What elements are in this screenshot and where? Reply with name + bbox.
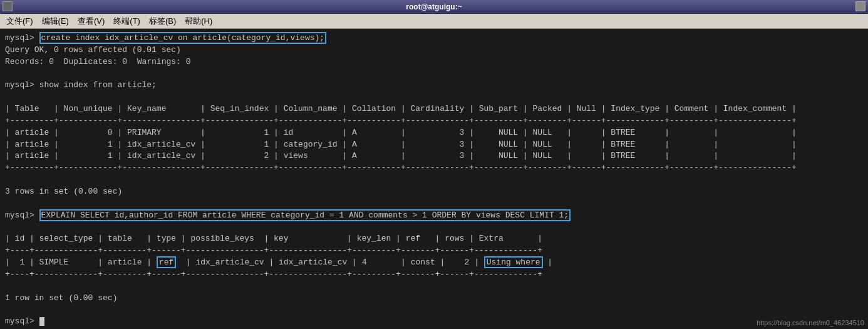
terminal-line-blank2 bbox=[5, 91, 863, 103]
explain-header: | id | select_type | table | type | poss… bbox=[5, 233, 863, 245]
title-bar-text: root@atguigu:~ bbox=[406, 3, 462, 11]
rows-count: 3 rows in set (0.00 sec) bbox=[5, 186, 863, 198]
watermark: https://blog.csdn.net/m0_46234510 bbox=[757, 319, 864, 326]
title-bar: root@atguigu:~ bbox=[0, 0, 868, 14]
explain-separator2: +----+-------------+---------+------+---… bbox=[5, 269, 863, 281]
one-row-count: 1 row in set (0.00 sec) bbox=[5, 293, 863, 305]
terminal-line-blank6 bbox=[5, 281, 863, 293]
terminal-line-blank4 bbox=[5, 198, 863, 210]
terminal-icon bbox=[3, 1, 13, 11]
terminal-line-2: Query OK, 0 rows affected (0.01 sec) bbox=[5, 44, 863, 56]
cursor bbox=[39, 317, 44, 326]
menu-view[interactable]: 查看(V) bbox=[74, 14, 108, 28]
window-control-btn[interactable] bbox=[855, 1, 865, 11]
terminal-line-1: mysql> create index idx_article_cv on ar… bbox=[5, 33, 863, 44]
menu-tab[interactable]: 标签(B) bbox=[145, 14, 180, 28]
table-row-1: | article | 0 | PRIMARY | 1 | id | A | 3… bbox=[5, 127, 863, 139]
terminal-line-blank5 bbox=[5, 222, 863, 234]
table-header: | Table | Non_unique | Key_name | Seq_in… bbox=[5, 103, 863, 115]
terminal[interactable]: mysql> create index idx_article_cv on ar… bbox=[0, 29, 868, 329]
explain-result-row: | 1 | SIMPLE | article | ref | idx_artic… bbox=[5, 257, 863, 269]
terminal-line-3: Records: 0 Duplicates: 0 Warnings: 0 bbox=[5, 56, 863, 68]
table-row-2: | article | 1 | idx_article_cv | 1 | cat… bbox=[5, 139, 863, 151]
terminal-line-blank1 bbox=[5, 68, 863, 80]
explain-command: mysql> EXPLAIN SELECT id,author_id FROM … bbox=[5, 210, 863, 222]
menu-help[interactable]: 帮助(H) bbox=[181, 14, 216, 28]
menu-bar: 文件(F) 编辑(E) 查看(V) 终端(T) 标签(B) 帮助(H) bbox=[0, 14, 868, 29]
explain-separator1: +----+-------------+---------+------+---… bbox=[5, 245, 863, 257]
menu-terminal[interactable]: 终端(T) bbox=[110, 14, 144, 28]
table-separator2: +---------+------------+----------------… bbox=[5, 162, 863, 174]
final-prompt: mysql> bbox=[5, 316, 863, 328]
table-separator1: +---------+------------+----------------… bbox=[5, 115, 863, 127]
menu-file[interactable]: 文件(F) bbox=[3, 14, 37, 28]
title-bar-controls[interactable] bbox=[855, 1, 865, 14]
terminal-line-blank3 bbox=[5, 174, 863, 186]
terminal-line-show: mysql> show index from article; bbox=[5, 80, 863, 91]
menu-edit[interactable]: 编辑(E) bbox=[38, 14, 73, 28]
table-row-3: | article | 1 | idx_article_cv | 2 | vie… bbox=[5, 150, 863, 162]
terminal-line-blank7 bbox=[5, 304, 863, 316]
